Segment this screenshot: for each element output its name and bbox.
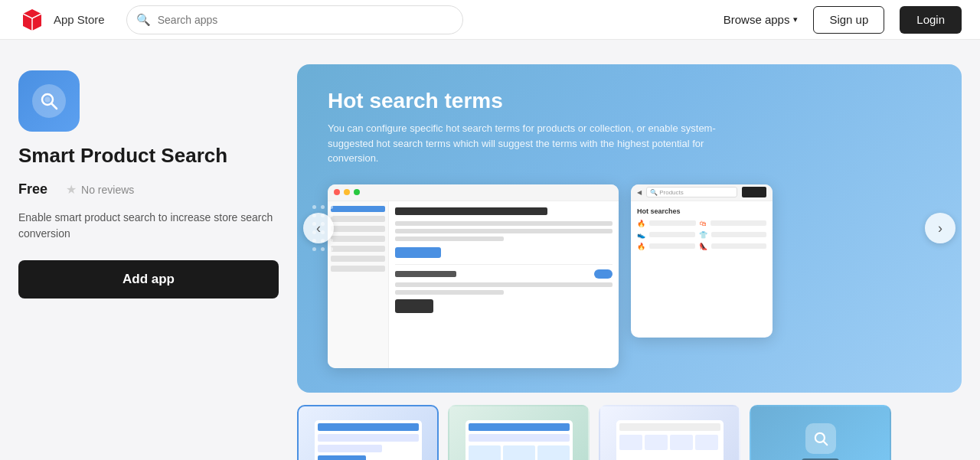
search-magnifier-icon	[39, 91, 59, 111]
carousel-container: Hot search terms You can configure speci…	[297, 64, 962, 393]
carousel-images: ◀ 🔍 Products Hot searches 🔥 🛍	[328, 184, 931, 368]
carousel-next-button[interactable]: ›	[925, 213, 956, 243]
search-bar: 🔍	[126, 5, 463, 34]
star-icon: ★	[66, 182, 77, 197]
thumbnail-4[interactable]: + more	[750, 405, 891, 461]
app-icon	[18, 70, 80, 132]
search-input[interactable]	[126, 5, 463, 34]
search-icon: 🔍	[136, 13, 151, 27]
secondary-screenshot: ◀ 🔍 Products Hot searches 🔥 🛍	[631, 184, 773, 338]
main-screenshot	[328, 184, 619, 368]
thumbnail-strip: + more	[297, 393, 962, 461]
app-store-label: App Store	[54, 13, 105, 26]
svg-line-5	[823, 441, 827, 445]
left-panel: Smart Product Search Free ★ No reviews E…	[18, 64, 279, 460]
signup-button[interactable]: Sign up	[813, 6, 884, 34]
carousel-title: Hot search terms	[328, 89, 931, 113]
right-panel: Hot search terms You can configure speci…	[297, 64, 962, 460]
app-title: Smart Product Search	[18, 144, 279, 168]
carousel-description: You can configure specific hot search te…	[328, 121, 756, 166]
nav-right: Browse apps ▾ Sign up Login	[724, 6, 962, 34]
login-button[interactable]: Login	[900, 6, 962, 34]
app-description: Enable smart product search to increase …	[18, 210, 279, 242]
thumbnail-1[interactable]	[297, 405, 439, 461]
add-app-button[interactable]: Add app	[18, 260, 279, 299]
reviews-label: No reviews	[81, 184, 134, 196]
app-meta: Free ★ No reviews	[18, 181, 279, 197]
svg-line-2	[52, 104, 57, 109]
thumbnail-3[interactable]	[599, 405, 740, 461]
thumb-4-icon	[805, 423, 836, 454]
browse-apps-button[interactable]: Browse apps ▾	[724, 13, 799, 26]
app-price: Free	[18, 181, 47, 197]
app-icon-inner	[32, 84, 66, 118]
logo-area: App Store	[18, 6, 105, 34]
header: App Store 🔍 Browse apps ▾ Sign up Login	[0, 0, 980, 40]
chevron-down-icon: ▾	[793, 15, 798, 24]
reviews: ★ No reviews	[66, 182, 134, 197]
carousel-prev-button[interactable]: ‹	[303, 213, 334, 243]
svg-point-3	[45, 97, 51, 103]
main-content: Smart Product Search Free ★ No reviews E…	[0, 40, 980, 460]
shoplazza-logo	[18, 6, 46, 34]
thumbnail-2[interactable]	[448, 405, 590, 461]
